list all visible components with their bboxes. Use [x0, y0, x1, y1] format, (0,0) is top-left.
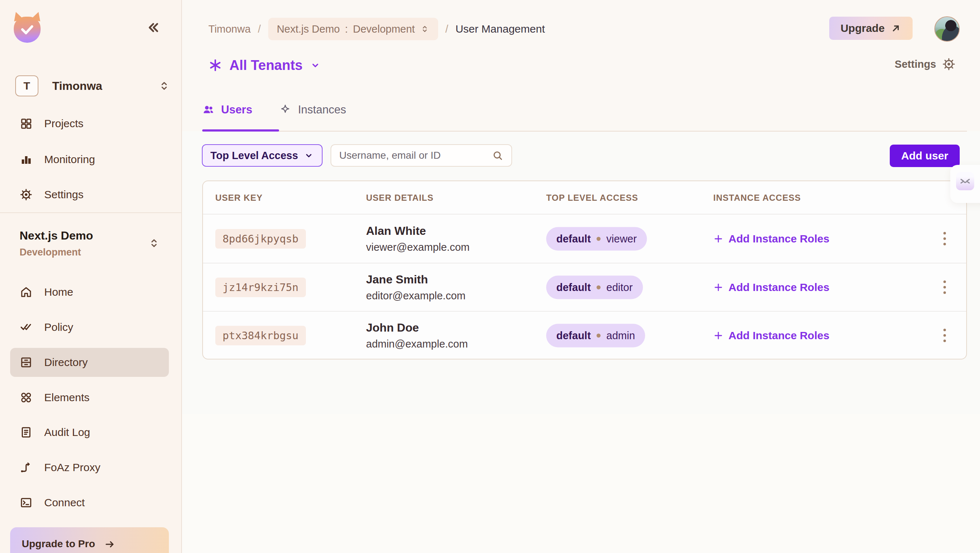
sidebar-item-label: Projects: [44, 118, 83, 130]
chevrons-left-icon: [145, 19, 161, 35]
sidebar-item-settings[interactable]: Settings: [10, 180, 169, 209]
dev-widget-button[interactable]: [956, 172, 974, 190]
breadcrumb-current-page: User Management: [455, 23, 545, 35]
org-selector[interactable]: T Timonwa: [15, 74, 170, 98]
sidebar-item-home[interactable]: Home: [10, 278, 169, 307]
sidebar-item-label: Elements: [44, 391, 89, 404]
sparkle-diamond-icon: [279, 104, 291, 116]
tab-label: Instances: [298, 103, 346, 116]
access-filter-label: Top Level Access: [210, 150, 298, 162]
audit-log-document-icon: [19, 426, 33, 439]
breadcrumb-separator: /: [258, 23, 261, 35]
column-header-top-level-access: TOP LEVEL ACCESS: [546, 181, 638, 215]
sidebar-item-policy[interactable]: Policy: [10, 313, 169, 342]
project-selector[interactable]: Next.js Demo Development: [19, 229, 169, 258]
sidebar-item-directory[interactable]: Directory: [10, 348, 169, 377]
badge-tenant: default: [556, 281, 591, 293]
sidebar-item-connect[interactable]: Connect: [10, 488, 169, 517]
project-name: Next.js Demo: [19, 229, 169, 242]
chevron-down-icon: [304, 150, 314, 160]
badge-tenant: default: [556, 233, 591, 245]
add-instance-roles-label: Add Instance Roles: [729, 281, 829, 294]
sidebar: T Timonwa Projects Monitoring: [0, 0, 182, 553]
sidebar-item-monitoring[interactable]: Monitoring: [10, 145, 169, 174]
breadcrumb-project-env-selector[interactable]: Next.js Demo : Development: [268, 18, 438, 40]
add-instance-roles-label: Add Instance Roles: [729, 233, 829, 245]
badge-dot: [597, 334, 601, 337]
add-instance-roles-button[interactable]: Add Instance Roles: [713, 233, 829, 245]
row-menu-button[interactable]: [936, 276, 953, 298]
tenant-settings-link[interactable]: Settings: [895, 57, 956, 71]
user-key-chip: jz14r9kzi75n: [215, 278, 306, 297]
proxy-route-icon: [19, 461, 33, 474]
breadcrumb-environment: Development: [353, 23, 415, 35]
user-avatar[interactable]: [934, 16, 960, 42]
upgrade-button[interactable]: Upgrade: [829, 17, 913, 40]
row-menu-button[interactable]: [936, 325, 953, 346]
user-name: Jane Smith: [366, 273, 465, 286]
chevron-down-icon: [310, 60, 321, 71]
table-row: jz14r9kzi75n Jane Smith editor@example.c…: [203, 263, 966, 311]
policy-double-check-icon: [19, 321, 33, 334]
squint-face-icon: [959, 175, 971, 188]
chevron-up-down-icon: [148, 237, 160, 249]
user-key-chip: 8pd66jkpyqsb: [215, 229, 306, 249]
badge-tenant: default: [556, 329, 591, 342]
user-email: admin@example.com: [366, 338, 468, 350]
sidebar-item-label: Monitoring: [44, 153, 95, 165]
row-menu-button[interactable]: [936, 228, 953, 249]
footer-background: [182, 414, 980, 553]
chevron-up-down-icon: [420, 24, 430, 34]
breadcrumb-org-link[interactable]: Timonwa: [208, 23, 251, 35]
users-table: USER KEY USER DETAILS TOP LEVEL ACCESS I…: [202, 181, 967, 359]
logo-checkmark-icon: [20, 24, 35, 36]
org-name: Timonwa: [52, 79, 158, 93]
app-window: T Timonwa Projects Monitoring: [0, 0, 980, 553]
active-tab-indicator: [202, 129, 279, 132]
upgrade-to-pro-banner[interactable]: Upgrade to Pro: [10, 527, 169, 553]
directory-cabinet-icon: [19, 356, 33, 369]
sidebar-item-label: FoAz Proxy: [44, 461, 100, 474]
badge-role: admin: [606, 329, 635, 342]
user-search: [331, 144, 512, 167]
org-initial: T: [24, 80, 30, 92]
all-tenants-star-icon: [208, 58, 222, 72]
sidebar-item-label: Directory: [44, 356, 88, 369]
badge-dot: [597, 285, 601, 289]
top-level-access-badge: default editor: [546, 275, 643, 299]
tab-bar-divider: [202, 131, 967, 132]
main-content: Timonwa / Next.js Demo : Development / U…: [182, 0, 980, 553]
sidebar-collapse-button[interactable]: [143, 18, 162, 37]
add-instance-roles-button[interactable]: Add Instance Roles: [713, 281, 829, 294]
search-icon: [492, 150, 503, 161]
sidebar-item-label: Home: [44, 286, 73, 298]
sidebar-item-audit-log[interactable]: Audit Log: [10, 418, 169, 447]
projects-grid-icon: [19, 117, 33, 130]
gear-icon: [942, 57, 956, 71]
sidebar-item-label: Audit Log: [44, 426, 90, 439]
tab-instances[interactable]: Instances: [279, 97, 346, 122]
top-level-access-badge: default viewer: [546, 227, 647, 250]
connect-terminal-icon: [19, 496, 33, 509]
tab-users[interactable]: Users: [202, 97, 252, 122]
search-input[interactable]: [339, 150, 492, 161]
org-initial-badge: T: [15, 75, 38, 96]
permit-logo: [14, 17, 41, 43]
tenant-selector[interactable]: All Tenants: [208, 54, 321, 77]
elements-circles-icon: [19, 391, 33, 404]
settings-label: Settings: [895, 58, 936, 70]
column-header-instance-access: INSTANCE ACCESS: [713, 181, 801, 215]
table-row: 8pd66jkpyqsb Alan White viewer@example.c…: [203, 215, 966, 263]
table-header-row: USER KEY USER DETAILS TOP LEVEL ACCESS I…: [203, 181, 966, 215]
breadcrumb-project: Next.js Demo: [277, 23, 340, 35]
top-level-access-filter[interactable]: Top Level Access: [202, 144, 323, 167]
sidebar-item-foaz-proxy[interactable]: FoAz Proxy: [10, 453, 169, 482]
plus-icon: [713, 234, 724, 244]
badge-role: viewer: [606, 233, 637, 245]
column-header-user-details: USER DETAILS: [366, 181, 433, 215]
add-user-button[interactable]: Add user: [890, 145, 960, 167]
sidebar-item-projects[interactable]: Projects: [10, 109, 169, 138]
breadcrumb-separator: /: [445, 23, 448, 35]
add-instance-roles-button[interactable]: Add Instance Roles: [713, 329, 829, 342]
sidebar-item-elements[interactable]: Elements: [10, 383, 169, 412]
